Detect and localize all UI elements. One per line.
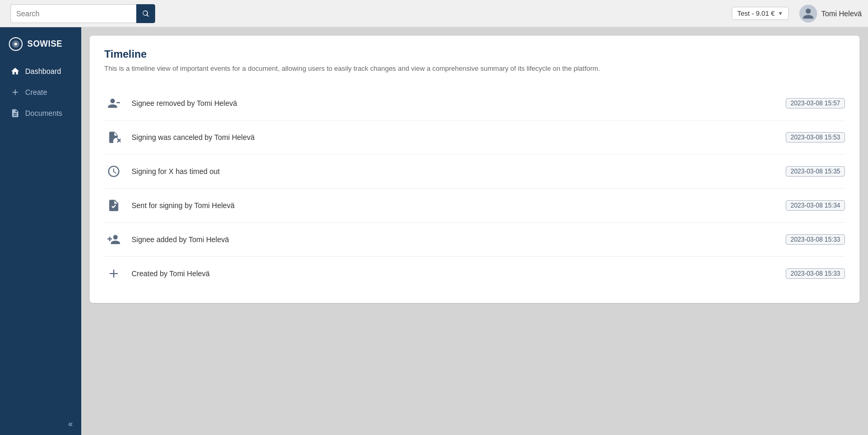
- user-name: Tomi Helevä: [821, 9, 862, 18]
- plus-circle-icon: [10, 88, 20, 97]
- sowise-logo-icon: [8, 37, 23, 51]
- collapse-sidebar-button[interactable]: «: [68, 419, 73, 429]
- timeline-item-timestamp: 2023-03-08 15:35: [786, 166, 845, 177]
- sidebar: SOWISE Dashboard Create Documents «: [0, 27, 81, 435]
- created-icon: [104, 264, 123, 283]
- timeline-item-text: Signee added by Tomi Helevä: [132, 235, 772, 244]
- main-content: Timeline This is a timeline view of impo…: [81, 27, 868, 435]
- logo: SOWISE: [0, 31, 81, 61]
- person-icon: [802, 7, 815, 20]
- sidebar-item-create-label: Create: [25, 88, 47, 96]
- add-user-icon: [104, 230, 123, 249]
- avatar: [799, 5, 817, 23]
- timeline-item-timestamp: 2023-03-08 15:57: [786, 98, 845, 108]
- user-profile[interactable]: Tomi Helevä: [799, 5, 862, 23]
- remove-user-icon: [104, 94, 123, 113]
- timeline-item: Signing for X has timed out 2023-03-08 1…: [104, 155, 845, 189]
- workspace-label: Test - 9.01 €: [737, 9, 775, 17]
- timeline-item-timestamp: 2023-03-08 15:33: [786, 234, 845, 245]
- timeline-item: Created by Tomi Helevä 2023-03-08 15:33: [104, 257, 845, 290]
- sidebar-item-dashboard-label: Dashboard: [25, 67, 61, 75]
- timeline-item: Sent for signing by Tomi Helevä 2023-03-…: [104, 189, 845, 223]
- layout: SOWISE Dashboard Create Documents « T: [0, 27, 868, 435]
- search-button[interactable]: [136, 4, 155, 23]
- timeline-item-text: Signing for X has timed out: [132, 167, 772, 176]
- sidebar-item-create[interactable]: Create: [2, 82, 79, 102]
- card-title: Timeline: [104, 48, 845, 60]
- sidebar-item-documents-label: Documents: [25, 109, 62, 117]
- sidebar-item-documents[interactable]: Documents: [2, 103, 79, 123]
- send-signing-icon: [104, 196, 123, 215]
- timeline-item-text: Signee removed by Tomi Helevä: [132, 99, 772, 107]
- timeline-item-text: Created by Tomi Helevä: [132, 269, 772, 278]
- logo-text: SOWISE: [27, 39, 62, 49]
- card-description: This is a timeline view of important eve…: [104, 63, 845, 74]
- workspace-selector[interactable]: Test - 9.01 € ▼: [732, 7, 789, 20]
- timeline-item-timestamp: 2023-03-08 15:34: [786, 200, 845, 211]
- chevron-down-icon: ▼: [778, 10, 783, 16]
- home-icon: [10, 67, 20, 76]
- search-icon: [142, 9, 150, 18]
- timeline-item: Signing was canceled by Tomi Helevä 2023…: [104, 121, 845, 155]
- document-icon: [10, 108, 20, 118]
- timeline: Signee removed by Tomi Helevä 2023-03-08…: [104, 86, 845, 290]
- timeline-item-timestamp: 2023-03-08 15:33: [786, 268, 845, 279]
- svg-point-2: [14, 42, 17, 45]
- timeline-item: Signee added by Tomi Helevä 2023-03-08 1…: [104, 223, 845, 257]
- search-input[interactable]: [10, 4, 136, 23]
- timeline-item: Signee removed by Tomi Helevä 2023-03-08…: [104, 86, 845, 121]
- search-wrapper: [10, 4, 155, 23]
- timeline-item-text: Signing was canceled by Tomi Helevä: [132, 133, 772, 142]
- header: Test - 9.01 € ▼ Tomi Helevä: [0, 0, 868, 27]
- sidebar-footer: «: [0, 413, 81, 435]
- sidebar-item-dashboard[interactable]: Dashboard: [2, 61, 79, 81]
- timeout-icon: [104, 162, 123, 181]
- timeline-card: Timeline This is a timeline view of impo…: [90, 36, 860, 303]
- timeline-item-timestamp: 2023-03-08 15:53: [786, 132, 845, 143]
- timeline-item-text: Sent for signing by Tomi Helevä: [132, 201, 772, 210]
- cancel-signing-icon: [104, 128, 123, 147]
